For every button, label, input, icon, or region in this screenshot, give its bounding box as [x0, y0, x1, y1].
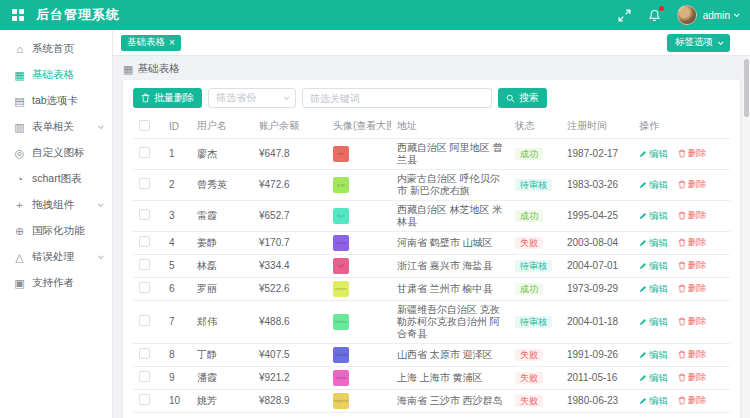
- user-avatar[interactable]: [677, 5, 697, 25]
- cell-register-date: 1983-03-26: [561, 170, 633, 201]
- sidebar-item-chart[interactable]: ◔ schart图表: [0, 166, 112, 192]
- keyword-input[interactable]: [302, 88, 492, 108]
- avatar-thumbnail[interactable]: edtx: [333, 146, 349, 162]
- cell-register-date: 1973-09-29: [561, 278, 633, 301]
- column-header: ID: [163, 114, 191, 139]
- sidebar: ⌂ 系统首页 ▦ 基础表格 ▤ tab选项卡 ▥ 表单相关 ◎ 自定义图标 ◔ …: [0, 30, 113, 418]
- scrollbar-thumb[interactable]: [744, 59, 749, 117]
- globe-icon: ⊕: [13, 225, 26, 238]
- user-name: admin: [703, 10, 730, 21]
- row-checkbox[interactable]: [139, 147, 150, 158]
- avatar-thumbnail[interactable]: kjcd: [333, 208, 349, 224]
- sidebar-item-table[interactable]: ▦ 基础表格: [0, 62, 112, 88]
- column-header: 地址: [391, 114, 509, 139]
- row-checkbox[interactable]: [139, 178, 150, 189]
- row-checkbox[interactable]: [139, 315, 150, 326]
- content-scrollbar[interactable]: [743, 57, 750, 418]
- logo-icon: [12, 9, 24, 21]
- chevron-down-icon: [98, 123, 104, 129]
- sidebar-item-tabs[interactable]: ▤ tab选项卡: [0, 88, 112, 114]
- delete-button[interactable]: 删除: [678, 371, 707, 382]
- edit-icon: [639, 212, 647, 220]
- sidebar-item-custom[interactable]: ◎ 自定义图标: [0, 140, 112, 166]
- delete-button[interactable]: 删除: [678, 209, 707, 220]
- breadcrumb: ▦ 基础表格: [123, 62, 740, 76]
- row-checkbox[interactable]: [139, 348, 150, 359]
- table-row: 9 潘霞 ¥921.2 hqwdx 上海 上海市 黄浦区 失败 2011-05-…: [133, 367, 730, 390]
- row-checkbox[interactable]: [139, 259, 150, 270]
- fullscreen-icon[interactable]: [617, 7, 633, 23]
- delete-button[interactable]: 删除: [678, 178, 707, 189]
- sidebar-item-warning[interactable]: △ 错误处理: [0, 244, 112, 270]
- row-checkbox[interactable]: [139, 371, 150, 382]
- edit-button[interactable]: 编辑: [639, 372, 668, 383]
- table-row: 5 林磊 ¥334.4 cgfh 浙江省 嘉兴市 海盐县 待审核 2004-07…: [133, 255, 730, 278]
- cell-balance: ¥652.7: [253, 201, 327, 232]
- cell-username: 雷霞: [191, 201, 253, 232]
- delete-icon: [678, 350, 686, 359]
- chevron-down-icon: [734, 11, 740, 17]
- edit-button[interactable]: 编辑: [639, 283, 668, 294]
- avatar-thumbnail[interactable]: mgwfuw: [333, 393, 349, 409]
- bell-icon[interactable]: [647, 7, 663, 23]
- delete-button[interactable]: 删除: [678, 348, 707, 359]
- drag-icon: +: [13, 199, 26, 211]
- edit-button[interactable]: 编辑: [639, 237, 668, 248]
- avatar-thumbnail[interactable]: cgfh: [333, 258, 349, 274]
- cell-id: 10: [163, 390, 191, 413]
- edit-button[interactable]: 编辑: [639, 395, 668, 406]
- table-row: 10 姚芳 ¥828.9 mgwfuw 海南省 三沙市 西沙群岛 失败 1980…: [133, 390, 730, 413]
- edit-icon: [639, 374, 647, 382]
- cell-id: 8: [163, 344, 191, 367]
- sidebar-item-form[interactable]: ▥ 表单相关: [0, 114, 112, 140]
- cell-balance: ¥647.8: [253, 139, 327, 170]
- edit-button[interactable]: 编辑: [639, 210, 668, 221]
- avatar-thumbnail[interactable]: chsbeb: [333, 347, 349, 363]
- edit-button[interactable]: 编辑: [639, 316, 668, 327]
- edit-button[interactable]: 编辑: [639, 260, 668, 271]
- sidebar-item-author[interactable]: ▣ 支持作者: [0, 270, 112, 296]
- row-checkbox[interactable]: [139, 209, 150, 220]
- batch-delete-button[interactable]: 批量删除: [133, 88, 202, 108]
- delete-button[interactable]: 删除: [678, 394, 707, 405]
- table-icon: ▦: [123, 63, 133, 76]
- row-checkbox[interactable]: [139, 236, 150, 247]
- tab-close-icon[interactable]: ×: [169, 38, 175, 48]
- delete-button[interactable]: 删除: [678, 282, 707, 293]
- sidebar-item-home[interactable]: ⌂ 系统首页: [0, 36, 112, 62]
- user-menu[interactable]: admin: [703, 10, 738, 21]
- delete-button[interactable]: 删除: [678, 259, 707, 270]
- sidebar-item-globe[interactable]: ⊕ 国际化功能: [0, 218, 112, 244]
- delete-button[interactable]: 删除: [678, 315, 707, 326]
- search-button[interactable]: 搜索: [498, 88, 547, 108]
- cell-register-date: 2011-05-16: [561, 367, 633, 390]
- status-badge: 失败: [515, 349, 543, 362]
- province-select[interactable]: 筛选省份: [208, 88, 296, 108]
- edit-button[interactable]: 编辑: [639, 148, 668, 159]
- cell-id: 4: [163, 232, 191, 255]
- row-checkbox[interactable]: [139, 282, 150, 293]
- sidebar-item-drag[interactable]: + 拖拽组件: [0, 192, 112, 218]
- cell-register-date: 2004-01-18: [561, 301, 633, 344]
- avatar-thumbnail[interactable]: sfeap: [333, 235, 349, 251]
- delete-icon: [678, 261, 686, 270]
- delete-button[interactable]: 删除: [678, 147, 707, 158]
- edit-button[interactable]: 编辑: [639, 179, 668, 190]
- chevron-down-icon: [718, 39, 724, 45]
- avatar-thumbnail[interactable]: hqwdx: [333, 370, 349, 386]
- cell-register-date: 2003-08-04: [561, 232, 633, 255]
- tab-basic-table[interactable]: 基础表格 ×: [121, 35, 181, 51]
- delete-button[interactable]: 删除: [678, 236, 707, 247]
- avatar-thumbnail[interactable]: mwfnu: [333, 314, 349, 330]
- avatar-thumbnail[interactable]: smjdsn: [333, 281, 349, 297]
- avatar-thumbnail[interactable]: gxgr: [333, 177, 349, 193]
- select-all-checkbox[interactable]: [139, 120, 150, 131]
- search-label: 搜索: [519, 91, 539, 105]
- edit-button[interactable]: 编辑: [639, 349, 668, 360]
- row-checkbox[interactable]: [139, 394, 150, 405]
- main-area: 基础表格 × 标签选项 ▦ 基础表格: [113, 30, 750, 418]
- cell-address: 西藏自治区 林芝地区 米林县: [391, 201, 509, 232]
- table-row: 6 罗丽 ¥522.6 smjdsn 甘肃省 兰州市 榆中县 成功 1973-0…: [133, 278, 730, 301]
- tag-options-button[interactable]: 标签选项: [667, 34, 730, 52]
- column-header: 注册时间: [561, 114, 633, 139]
